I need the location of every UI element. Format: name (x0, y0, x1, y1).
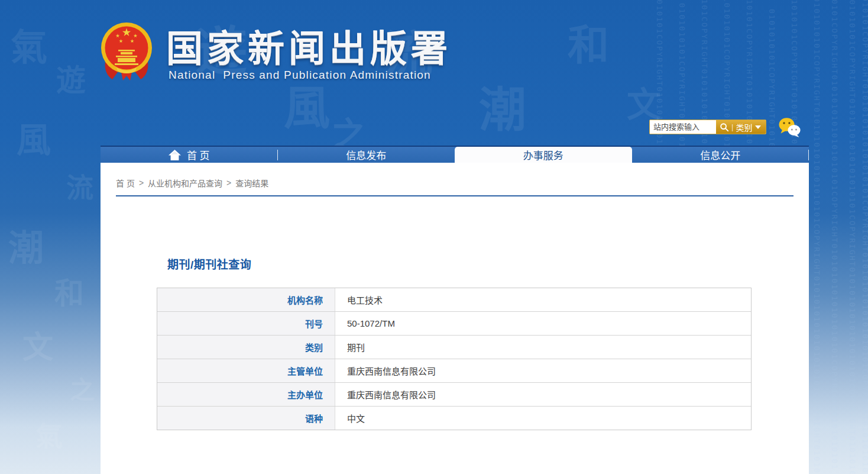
nav-item-label: 信息公开 (700, 147, 740, 162)
search-icon (720, 122, 729, 132)
site-header: 国家新闻出版署 National Press and Publication A… (0, 0, 868, 146)
row-label: 语种 (157, 407, 335, 430)
national-emblem-logo (101, 21, 153, 83)
page: 氣遊風流潮和文之氣遊風流潮和文之 0101010101COPYRIGHT0101… (0, 0, 868, 474)
nav-item-info-release[interactable]: 信息发布 (278, 147, 455, 163)
table-row: 主办单位重庆西南信息有限公司 (157, 383, 751, 407)
breadcrumb-current: 查询结果 (235, 177, 268, 189)
table-row: 机构名称电工技术 (157, 288, 751, 312)
row-value: 重庆西南信息有限公司 (335, 383, 751, 406)
row-label: 主管单位 (157, 359, 335, 382)
main-nav: 首 页 信息发布 办事服务 信息公开 (101, 146, 809, 163)
breadcrumb-separator: > (139, 178, 144, 188)
site-subtitle: National Press and Publication Administr… (169, 69, 431, 82)
nav-item-label: 首 页 (187, 147, 210, 162)
result-table: 机构名称电工技术刊号50-1072/TM类别期刊主管单位重庆西南信息有限公司主办… (157, 288, 752, 430)
row-label: 机构名称 (157, 288, 335, 311)
row-value: 电工技术 (335, 288, 751, 311)
breadcrumb: 首 页 > 从业机构和产品查询 > 查询结果 (116, 177, 793, 189)
wechat-icon[interactable] (778, 117, 802, 138)
row-label: 主办单位 (157, 383, 335, 406)
search-input[interactable] (650, 120, 716, 134)
nav-item-home[interactable]: 首 页 (101, 147, 278, 163)
nav-item-label: 信息发布 (346, 147, 386, 162)
nav-item-label: 办事服务 (523, 147, 563, 162)
breadcrumb-query-section[interactable]: 从业机构和产品查询 (148, 177, 222, 189)
row-label: 类别 (157, 336, 335, 359)
site-title: 国家新闻出版署 (166, 19, 452, 72)
site-search-bar: | 类别 (649, 120, 766, 134)
search-divider: | (731, 122, 733, 131)
content-panel: 首 页 > 从业机构和产品查询 > 查询结果 期刊/期刊社查询 机构名称电工技术… (101, 163, 809, 474)
page-title: 期刊/期刊社查询 (167, 256, 809, 272)
nav-divider (808, 150, 809, 160)
breadcrumb-home[interactable]: 首 页 (116, 177, 135, 189)
search-controls: | 类别 (716, 120, 766, 134)
row-value: 中文 (335, 407, 751, 430)
row-value: 50-1072/TM (335, 312, 751, 335)
table-row: 语种中文 (157, 407, 751, 430)
breadcrumb-separator: > (226, 178, 231, 188)
search-category-dropdown[interactable]: 类别 (736, 121, 761, 133)
home-icon (169, 150, 181, 160)
chevron-down-icon (755, 125, 761, 129)
nav-item-info-disclosure[interactable]: 信息公开 (632, 147, 809, 163)
category-label: 类别 (736, 121, 752, 133)
nav-item-services[interactable]: 办事服务 (455, 147, 632, 163)
row-value: 期刊 (335, 336, 751, 359)
table-row: 刊号50-1072/TM (157, 312, 751, 336)
search-button[interactable] (720, 122, 729, 132)
breadcrumb-divider-line (116, 195, 793, 196)
row-label: 刊号 (157, 312, 335, 335)
table-row: 主管单位重庆西南信息有限公司 (157, 359, 751, 383)
table-row: 类别期刊 (157, 336, 751, 359)
row-value: 重庆西南信息有限公司 (335, 359, 751, 382)
